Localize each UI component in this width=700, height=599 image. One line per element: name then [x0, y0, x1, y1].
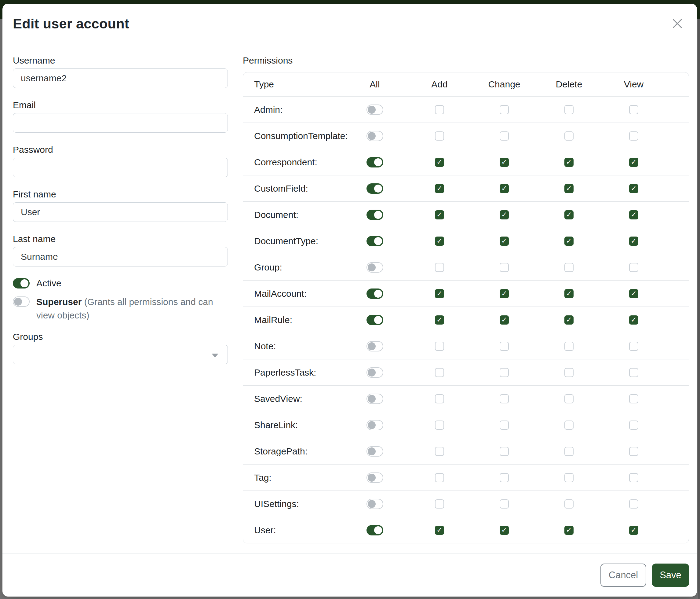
permission-add-checkbox[interactable]: [435, 105, 444, 114]
permission-all-toggle[interactable]: [367, 157, 383, 167]
permission-delete-checkbox[interactable]: [565, 499, 574, 508]
permission-change-checkbox[interactable]: [500, 237, 509, 246]
permission-all-toggle[interactable]: [367, 499, 383, 509]
first-name-input[interactable]: [13, 202, 228, 222]
permission-delete-checkbox[interactable]: [565, 368, 574, 377]
password-input[interactable]: [13, 158, 228, 177]
cancel-button[interactable]: Cancel: [600, 564, 646, 587]
column-header-change: Change: [472, 79, 536, 90]
permission-all-toggle[interactable]: [367, 236, 383, 246]
permission-delete-checkbox[interactable]: [565, 210, 574, 219]
permission-view-checkbox[interactable]: [629, 158, 638, 167]
permission-delete-checkbox[interactable]: [565, 237, 574, 246]
permission-delete-checkbox[interactable]: [565, 342, 574, 351]
permission-view-checkbox[interactable]: [629, 499, 638, 508]
permission-view-checkbox[interactable]: [629, 105, 638, 114]
permission-change-checkbox[interactable]: [500, 421, 509, 430]
permission-add-checkbox[interactable]: [435, 289, 444, 298]
permission-delete-checkbox[interactable]: [565, 105, 574, 114]
permission-change-checkbox[interactable]: [500, 158, 509, 167]
permission-change-checkbox[interactable]: [500, 210, 509, 219]
permission-change-checkbox[interactable]: [500, 368, 509, 377]
permission-view-checkbox[interactable]: [629, 473, 638, 482]
toggle-knob: [368, 474, 376, 482]
permission-add-checkbox[interactable]: [435, 210, 444, 219]
permission-view-checkbox[interactable]: [629, 447, 638, 456]
permission-view-checkbox[interactable]: [629, 210, 638, 219]
permission-all-toggle[interactable]: [367, 367, 383, 378]
permission-add-checkbox[interactable]: [435, 526, 444, 535]
last-name-input[interactable]: [13, 247, 228, 266]
permission-add-checkbox[interactable]: [435, 394, 444, 403]
permission-change-checkbox[interactable]: [500, 447, 509, 456]
permission-all-toggle[interactable]: [367, 473, 383, 483]
page-scrollbar[interactable]: [698, 19, 700, 599]
permission-view-checkbox[interactable]: [629, 184, 638, 193]
username-input[interactable]: [13, 69, 228, 88]
permission-delete-checkbox[interactable]: [565, 315, 574, 325]
permission-view-checkbox[interactable]: [629, 526, 638, 535]
permission-all-toggle[interactable]: [367, 420, 383, 430]
permission-all-toggle[interactable]: [367, 104, 383, 115]
permission-all-toggle[interactable]: [367, 131, 383, 141]
permission-all-toggle[interactable]: [367, 446, 383, 457]
active-toggle[interactable]: [13, 278, 30, 288]
permission-delete-checkbox[interactable]: [565, 473, 574, 482]
permission-add-checkbox[interactable]: [435, 131, 444, 141]
permission-all-toggle[interactable]: [367, 525, 383, 535]
permission-view-checkbox[interactable]: [629, 263, 638, 272]
permission-view-checkbox[interactable]: [629, 289, 638, 298]
modal-title: Edit user account: [13, 16, 129, 32]
permission-change-checkbox[interactable]: [500, 131, 509, 141]
permission-all-toggle[interactable]: [367, 393, 383, 404]
permission-delete-checkbox[interactable]: [565, 421, 574, 430]
permission-change-checkbox[interactable]: [500, 499, 509, 508]
permission-view-checkbox[interactable]: [629, 315, 638, 325]
permission-delete-checkbox[interactable]: [565, 184, 574, 193]
email-input[interactable]: [13, 113, 228, 133]
permission-add-checkbox[interactable]: [435, 342, 444, 351]
permission-add-checkbox[interactable]: [435, 237, 444, 246]
permission-view-checkbox[interactable]: [629, 368, 638, 377]
permission-add-checkbox[interactable]: [435, 447, 444, 456]
permission-change-checkbox[interactable]: [500, 105, 509, 114]
permission-delete-checkbox[interactable]: [565, 447, 574, 456]
save-button[interactable]: Save: [652, 564, 689, 587]
permission-add-checkbox[interactable]: [435, 368, 444, 377]
permission-change-checkbox[interactable]: [500, 184, 509, 193]
permission-add-checkbox[interactable]: [435, 158, 444, 167]
permission-all-toggle[interactable]: [367, 262, 383, 272]
permission-all-toggle[interactable]: [367, 288, 383, 299]
permission-change-checkbox[interactable]: [500, 342, 509, 351]
permission-add-checkbox[interactable]: [435, 315, 444, 325]
groups-select[interactable]: [13, 345, 228, 364]
permission-change-checkbox[interactable]: [500, 526, 509, 535]
permission-add-checkbox[interactable]: [435, 499, 444, 508]
permission-view-checkbox[interactable]: [629, 421, 638, 430]
permission-change-checkbox[interactable]: [500, 263, 509, 272]
permission-add-checkbox[interactable]: [435, 263, 444, 272]
permission-add-checkbox[interactable]: [435, 421, 444, 430]
permission-view-checkbox[interactable]: [629, 394, 638, 403]
permission-all-toggle[interactable]: [367, 315, 383, 325]
permission-view-checkbox[interactable]: [629, 342, 638, 351]
permission-all-toggle[interactable]: [367, 183, 383, 194]
permission-add-checkbox[interactable]: [435, 184, 444, 193]
permission-delete-checkbox[interactable]: [565, 131, 574, 141]
permission-delete-checkbox[interactable]: [565, 158, 574, 167]
permission-view-checkbox[interactable]: [629, 237, 638, 246]
permission-delete-checkbox[interactable]: [565, 526, 574, 535]
superuser-toggle[interactable]: [13, 296, 30, 307]
permission-all-toggle[interactable]: [367, 341, 383, 352]
permission-add-checkbox[interactable]: [435, 473, 444, 482]
permission-change-checkbox[interactable]: [500, 473, 509, 482]
permission-view-checkbox[interactable]: [629, 131, 638, 141]
permission-delete-checkbox[interactable]: [565, 263, 574, 272]
permission-change-checkbox[interactable]: [500, 289, 509, 298]
permission-delete-checkbox[interactable]: [565, 289, 574, 298]
permission-change-checkbox[interactable]: [500, 394, 509, 403]
close-button[interactable]: [670, 17, 685, 31]
permission-change-checkbox[interactable]: [500, 315, 509, 325]
permission-delete-checkbox[interactable]: [565, 394, 574, 403]
permission-all-toggle[interactable]: [367, 210, 383, 220]
